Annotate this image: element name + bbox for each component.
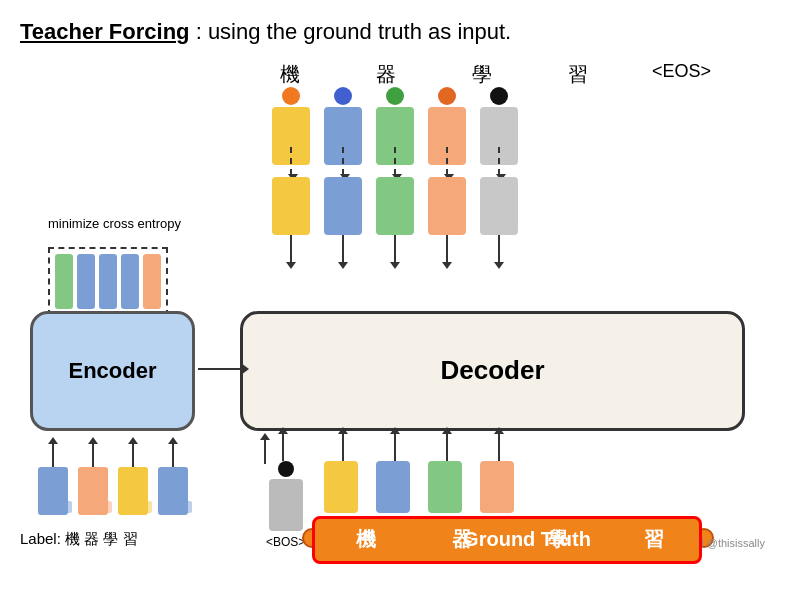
- dashed-arrow-3: [394, 147, 396, 175]
- bos-label: <BOS>: [266, 535, 305, 549]
- dashed-arrow-4: [446, 147, 448, 175]
- wave-arrow-2: [92, 443, 94, 467]
- title-bold: Teacher Forcing: [20, 19, 190, 44]
- ctx-2: [77, 254, 95, 309]
- dec-out-3: [376, 177, 414, 235]
- dec-out-2: [324, 177, 362, 235]
- dec-out-4: [428, 177, 466, 235]
- cross-entropy-label: minimize cross entropy: [48, 216, 181, 231]
- wave-arrow-4: [172, 443, 174, 467]
- dec-out-1: [272, 177, 310, 235]
- wv3: [122, 501, 152, 513]
- bottom-label: Label: 機 器 學 習: [20, 530, 138, 549]
- wv2: [82, 501, 112, 513]
- wave-arrow-1: [52, 443, 54, 467]
- title-rest: : using the ground truth as input.: [196, 19, 512, 44]
- enc-to-dec-arrow: [198, 368, 242, 370]
- wv4: [162, 501, 192, 513]
- chinese-label-3: 學: [460, 61, 504, 88]
- encoder-context-box: [48, 247, 168, 316]
- inp-token-4: [480, 461, 514, 513]
- ctx-4: [121, 254, 139, 309]
- inp-token-2: [376, 461, 410, 513]
- page-title: Teacher Forcing : using the ground truth…: [20, 18, 765, 47]
- solid-arrow-5: [498, 235, 500, 263]
- main-container: Teacher Forcing : using the ground truth…: [0, 0, 785, 609]
- inp-arrow-1: [342, 433, 344, 461]
- bos-token: <BOS>: [266, 461, 305, 549]
- inp-arrow-3: [446, 433, 448, 461]
- chinese-label-2: 器: [364, 61, 408, 88]
- waveform-visual: [42, 501, 192, 513]
- ctx-5: [143, 254, 161, 309]
- gt-char-2: 器: [414, 526, 510, 553]
- gt-char-4: 習: [606, 526, 702, 553]
- inp-arrow-4: [498, 433, 500, 461]
- bos-dot: [278, 461, 294, 477]
- dot-2: [334, 87, 352, 105]
- gt-char-3: 學: [510, 526, 606, 553]
- solid-arrow-4: [446, 235, 448, 263]
- chinese-labels-row: 機 器 學 習 <EOS>: [268, 61, 706, 88]
- chinese-label-5: <EOS>: [652, 61, 706, 88]
- decoder-label: Decoder: [440, 355, 544, 386]
- dashed-arrow-5: [498, 147, 500, 175]
- wave-arrow-3: [132, 443, 134, 467]
- inp-rect-4: [480, 461, 514, 513]
- inp-rect-1: [324, 461, 358, 513]
- dashed-arrow-2: [342, 147, 344, 175]
- diagram: 機 器 學 習 <EOS>: [20, 61, 765, 551]
- dec-out-5: [480, 177, 518, 235]
- bos-rect: [269, 479, 303, 531]
- ctx-1: [55, 254, 73, 309]
- inp-token-1: [324, 461, 358, 513]
- decoder-box: Decoder: [240, 311, 745, 431]
- dot-4: [438, 87, 456, 105]
- encoder-box: Encoder: [30, 311, 195, 431]
- gt-char-1: 機: [318, 526, 414, 553]
- dashed-arrow-1: [290, 147, 292, 175]
- inp-token-3: [428, 461, 462, 513]
- dot-1: [282, 87, 300, 105]
- inp-arrow-2: [394, 433, 396, 461]
- solid-arrow-1: [290, 235, 292, 263]
- solid-arrow-2: [342, 235, 344, 263]
- dot-5: [490, 87, 508, 105]
- inp-rect-2: [376, 461, 410, 513]
- solid-arrow-3: [394, 235, 396, 263]
- chinese-label-4: 習: [556, 61, 600, 88]
- dot-3: [386, 87, 404, 105]
- wv1: [42, 501, 72, 513]
- chinese-label-1: 機: [268, 61, 312, 88]
- bos-arrow-up: [282, 433, 284, 461]
- inp-rect-3: [428, 461, 462, 513]
- encoder-label: Encoder: [68, 358, 156, 384]
- gt-chars: 機 器 學 習: [318, 519, 704, 561]
- ctx-3: [99, 254, 117, 309]
